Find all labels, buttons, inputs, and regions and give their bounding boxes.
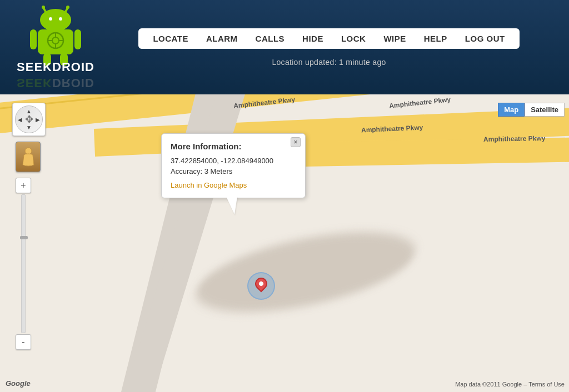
map-shadow [190,218,421,326]
nav-help[interactable]: HELP [421,33,451,44]
pan-down-icon: ▼ [26,124,32,130]
svg-point-4 [40,9,71,31]
popup-close-button[interactable]: × [291,137,301,147]
street-view-button[interactable] [16,142,41,172]
zoom-in-button[interactable]: + [16,178,31,193]
svg-point-3 [66,6,69,9]
popup-coordinates: 37.422854000, -122.084949000 [171,157,296,165]
info-popup: × More Information: 37.422854000, -122.0… [161,133,306,198]
header: SEEKDROID SEEKDROID LOCATE ALARM CALLS H… [0,0,569,94]
popup-accuracy: Accuracy: 3 Meters [171,167,296,175]
map-nav-control[interactable]: ▲ ▼ ◀ ▶ [12,103,46,136]
google-logo: Google [6,379,31,388]
nav-locate[interactable]: LOCATE [149,33,192,44]
nav-calls[interactable]: CALLS [252,33,288,44]
pin-marker [255,278,267,294]
nav-area: LOCATE ALARM CALLS HIDE LOCK WIPE HELP L… [100,28,558,67]
nav-bar: LOCATE ALARM CALLS HIDE LOCK WIPE HELP L… [138,28,519,49]
svg-point-18 [25,148,32,154]
logo-text: SEEKDROID SEEKDROID [17,66,94,90]
logo-area: SEEKDROID SEEKDROID [11,4,100,90]
zoom-handle[interactable] [20,236,28,239]
nav-alarm[interactable]: ALARM [203,33,241,44]
logo-droid: DROID [52,60,94,74]
map-type-map-button[interactable]: Map [498,103,525,117]
launch-google-maps-link[interactable]: Launch in Google Maps [171,181,247,189]
android-logo-icon [28,4,83,66]
nav-hide[interactable]: HIDE [299,33,327,44]
svg-point-6 [59,17,62,21]
road-label-2: Amphitheatre Pkwy [389,96,451,110]
zoom-controls: + - [16,178,31,350]
map-type-satellite-button[interactable]: Satellite [525,103,565,117]
nav-wipe[interactable]: WIPE [380,33,409,44]
svg-point-5 [49,17,52,21]
popup-title: More Information: [171,142,296,151]
svg-rect-8 [30,29,37,49]
svg-point-2 [42,6,45,9]
pan-control[interactable]: ▲ ▼ ◀ ▶ [15,105,43,133]
map-container[interactable]: Amphitheatre Pkwy Amphitheatre Pkwy Amph… [0,94,569,392]
location-status: Location updated: 1 minute ago [272,58,386,67]
nav-logout[interactable]: LOG OUT [462,33,508,44]
map-attribution: Map data ©2011 Google – Terms of Use [455,381,565,388]
pin-head-icon [252,275,269,292]
map-data-text: Map data ©2011 Google – Terms of Use [455,381,565,388]
zoom-out-button[interactable]: - [16,334,31,350]
nav-lock[interactable]: LOCK [338,33,370,44]
logo-seek: SEEK [17,60,52,74]
map-type-buttons: Map Satellite [498,103,565,117]
pan-up-icon: ▲ [26,108,32,114]
location-pin [247,272,275,300]
road-label-4: Amphitheatre Pkwy [483,134,546,143]
pan-right-icon: ▶ [36,117,40,123]
pin-accuracy-circle [247,272,275,300]
zoom-slider[interactable] [21,194,26,333]
person-icon [21,147,36,167]
svg-rect-9 [74,29,81,49]
pan-left-icon: ◀ [18,117,22,123]
